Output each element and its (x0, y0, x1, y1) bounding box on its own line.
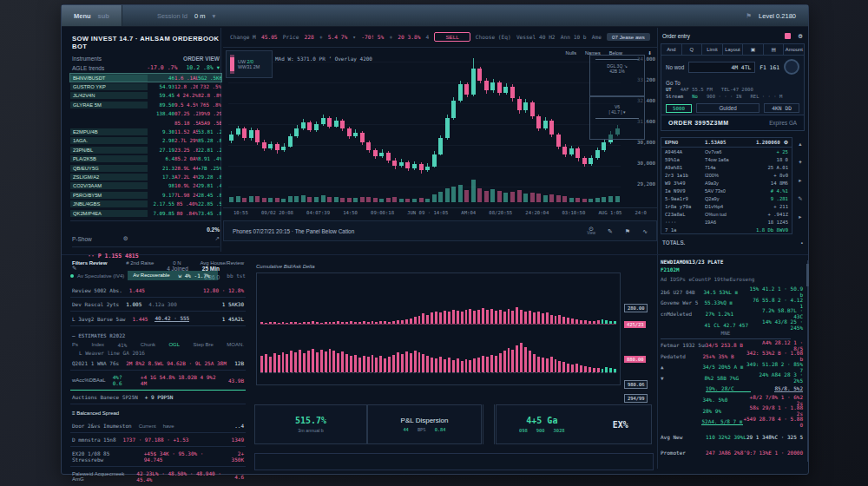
tool-icon[interactable]: ∿ (642, 228, 648, 234)
session-selector[interactable]: Session Id 0 m ▾ (157, 12, 215, 20)
watchlist-row[interactable]: 85.18 .5%A5A9 .5B (70, 119, 221, 127)
metric-row[interactable]: ≡ Balcanced Spread (72, 410, 244, 416)
rail-icon[interactable]: ▸ (799, 177, 801, 184)
metric-row[interactable]: wAcc%DBAaL4%? 0.6+4 1G 54.8% 18.02B 4 9%… (70, 371, 246, 391)
view-icon[interactable]: ⊙View (587, 226, 595, 236)
totals-icon[interactable]: ▪ (801, 240, 803, 246)
toolbar-item[interactable]: ▾ (352, 34, 356, 40)
summary-row[interactable]: Promoter247 JA86 2%8ʼ9:7 13%E 1 · 20000 (661, 446, 803, 458)
flag-icon[interactable]: ⚑ (746, 12, 752, 20)
watchlist-row[interactable]: JNBL/4GBS2.17.5585 .40%22.85 .5% (70, 200, 221, 207)
metric-row[interactable]: L 3avg2 Barse 5aw1.44540.42 · 5551 45A2L (70, 312, 246, 326)
rail-icon[interactable]: ✎ (798, 195, 802, 202)
rail-icon[interactable]: ▴ (799, 141, 801, 148)
toolbar-item[interactable]: + (389, 34, 392, 40)
target-icon[interactable] (784, 59, 799, 75)
quantity-chip[interactable]: 5000 (666, 104, 692, 113)
position-row[interactable]: Ad IDSPs eCountP 19theEuroseng (661, 276, 803, 282)
alert-icon[interactable] (785, 33, 791, 39)
place-order-button[interactable]: ORDER 3995Z3MM (668, 120, 729, 126)
position-row[interactable]: 19%. 28/C85/8. 5%2 (661, 384, 803, 395)
delta-histogram[interactable] (256, 273, 621, 385)
speculative-filter-row[interactable]: Av Speculative (IV4) Av Recoverablew 4% … (70, 271, 246, 280)
mode-select[interactable]: Guided (696, 103, 760, 113)
show-label[interactable]: P-Show (72, 236, 92, 242)
watchlist-row[interactable]: 1AGA.2.982.7L 29%85.28 .8% (70, 137, 221, 145)
position-row[interactable]: cnMdeleted27% 1.2%17.2% 58.B7L · 43C (661, 308, 803, 319)
watchlist-row[interactable]: GLYRAE 5M89.509.5 4.5%765 .8% (70, 101, 221, 108)
candlestick-chart[interactable]: 34,00033,20032,40031,60030,80030,00029,2… (223, 47, 657, 208)
metric-row[interactable]: Review 5002 Abs.1.44512.80 · 12.8% (70, 284, 246, 298)
toolbar-item[interactable]: 5.4 7% (328, 34, 347, 40)
watchlist-row[interactable]: PLA/2K5B6.485.2 0A%8.91 .4% (70, 155, 221, 163)
download-icon[interactable]: ⬇ (648, 50, 652, 56)
order-tab[interactable]: ▣ (743, 44, 764, 55)
watchlist-row[interactable]: 138.4007.25 .25%39%9 .29 (70, 110, 221, 118)
trade-row[interactable]: A9a%81714a25 A.01 (661, 163, 792, 171)
position-row[interactable]: Pedatetd25+% 35% B342: 53%2 B · 1.08 b (661, 351, 803, 362)
order-tab[interactable]: Q (682, 44, 703, 55)
chevron-down-icon[interactable]: ▾ (217, 64, 220, 71)
order-tab[interactable]: And (661, 44, 682, 55)
recoverable-chip[interactable]: Av Recoverablew 4% -1.7% (128, 271, 218, 280)
position-row[interactable]: ▲34/5 20%5 A ≡349: 51.28 2 · 85% 7 (661, 362, 803, 373)
toolbar-item[interactable]: 45.05 (261, 34, 278, 40)
toolbar-item[interactable]: Ann 10 b (561, 34, 587, 40)
toolbar-item[interactable]: Change M (230, 34, 256, 40)
toolbar-item[interactable]: 4 (426, 34, 430, 40)
metric-row[interactable]: – ESTIMATES R2022 (72, 332, 244, 338)
toolbar-item[interactable]: 228 (305, 34, 314, 40)
position-row[interactable]: Goveme Wer 555.33%Q ≡76 55.8 2 · 4.12 1 (661, 298, 803, 309)
order-tab[interactable]: Amount (784, 44, 804, 55)
watchlist-row[interactable]: BHNV/BUSDT461.6 .1AU5G2 .5K6 (70, 74, 221, 82)
trade-row[interactable]: A9464AOv7va6+ 25 (661, 148, 792, 155)
metric-row[interactable]: Door 2&vs ImumestonCurrenthave..4 (70, 419, 246, 433)
gear-icon[interactable]: ⚙ (123, 235, 128, 242)
trade-row[interactable]: 5-9aa1r9Q2a9y9 .281 (661, 194, 792, 202)
menu-tab[interactable]: Menu sub (62, 5, 122, 26)
toolbar-item[interactable]: Vessel 40 H2 (516, 34, 556, 40)
metric-row[interactable]: PsIndex41%ChunkOGLStep BreMOAN. (72, 342, 244, 348)
position-row[interactable]: 52A4. 5/8 7 ≡+549 28.78 4 · 5.88 0 (661, 417, 803, 428)
toolbar-item[interactable]: 07 Jease aws (607, 33, 650, 41)
toolbar-item[interactable]: -70! 5% (361, 34, 384, 40)
watchlist-row[interactable]: GUSTRO YKP54.9312.8 .202732 .5% (70, 82, 221, 90)
metric-row[interactable]: Auctions Banece SP25N+ 9 P9P5N (70, 391, 246, 404)
tool-icon[interactable]: ✎ (608, 228, 613, 234)
scrollbar-thumb[interactable] (806, 264, 809, 286)
watchlist-row[interactable]: QK2M/P4EA7.09.8580 .84%73.45 .8% (70, 209, 221, 217)
chart-annotation-box[interactable]: DGL 3Q ↘ 42B 1% (589, 55, 645, 96)
position-row[interactable]: F2102M (661, 266, 803, 273)
gear-icon[interactable]: ⚙ (784, 140, 788, 145)
toolbar-item[interactable]: SELL (434, 32, 470, 42)
trade-row[interactable]: W9 3%49A9a3y14 8M6 (661, 179, 792, 187)
order-tab[interactable]: Limit (702, 44, 723, 55)
watchlist-row[interactable]: E2MPU/4B9.3011.52 A5%53.81 .25% (70, 128, 221, 135)
position-row[interactable]: 41 CL 42.7 457714% 43/8 25 · 245% (661, 319, 803, 331)
trade-row[interactable]: 7 1a1.8 Db 8WV0 (661, 226, 792, 233)
metric-row[interactable]: Q2021 1 WNA 76s2M 8%2 8.5WL 94.62B · 9L … (70, 357, 246, 371)
metric-row[interactable]: Dev Rascal 2yts1.0054.12a 3001 5AK30 (70, 298, 246, 312)
chevron-down-icon[interactable]: ▾ (212, 12, 215, 20)
chart-tab[interactable]: Nulls (566, 50, 576, 56)
gear-icon[interactable]: ⚙ (798, 33, 803, 39)
watchlist-row[interactable]: QB/EUY5G21.328.9L 44%+7B .25% (70, 164, 221, 172)
position-row[interactable]: Fetmar 1932 5um34/5 253.8 BA4% 28.12 1 ·… (661, 339, 803, 351)
position-row[interactable]: 34%. 5%0+8/2 7/8% 1 · 6%2 2s (661, 394, 803, 405)
toolbar-item[interactable]: Choose (Eq) (476, 34, 511, 40)
trade-row[interactable]: ····19A618 1Z45 (661, 218, 792, 226)
position-row[interactable]: 2b6 U27 04B34.5 53%L ≡15% 41.2 1 · 50.9 … (661, 286, 803, 298)
position-row[interactable]: 28% 9%58s 29/8 1 · 1.88 2s (661, 405, 803, 417)
toolbar-item[interactable]: Price (283, 34, 299, 40)
trade-row[interactable]: 2r3 1a1bI200%+ 8v0 (661, 171, 792, 179)
metric-row[interactable]: L Weaver line GA 2016 (79, 350, 244, 356)
trade-row[interactable]: 1r8a y79aD1v%p4+ 211 (661, 202, 792, 210)
rail-icon[interactable]: ▸ (799, 213, 801, 220)
toolbar-item[interactable]: Ame (592, 34, 602, 40)
trade-row[interactable]: Ia N9V95AV 73s0# 4.%1 (661, 187, 792, 194)
trade-row[interactable]: C23a8aLO%un tud+ .941Z (661, 210, 792, 218)
order-view-button[interactable]: ORDER VIEW (183, 56, 220, 62)
filter-name[interactable]: AGLE trends (72, 65, 104, 71)
summary-row[interactable]: Avg New110 32%2 39%L29 1 348%C · 325 5 (661, 430, 803, 443)
tool-icon[interactable]: ⚑ (625, 228, 630, 234)
